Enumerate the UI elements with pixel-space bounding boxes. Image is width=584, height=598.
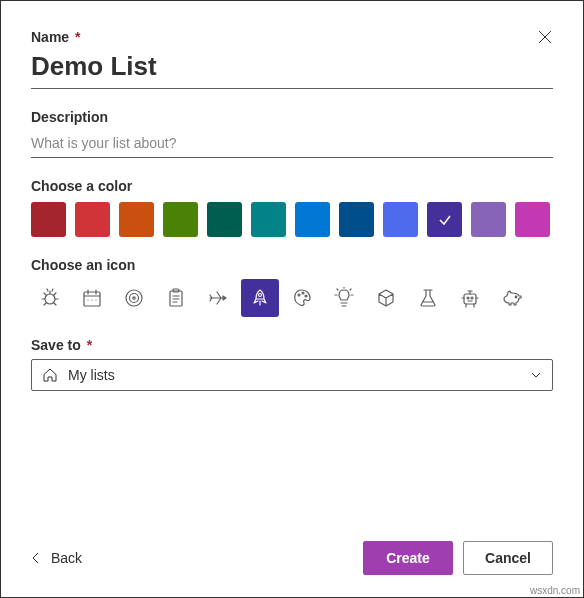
icon-label: Choose an icon <box>31 257 553 273</box>
svg-point-3 <box>130 294 139 303</box>
icon-option-piggybank[interactable] <box>493 279 531 317</box>
calendar-icon <box>81 287 103 309</box>
icon-option-cube[interactable] <box>367 279 405 317</box>
save-to-section: Save to * My lists <box>31 337 553 391</box>
palette-icon <box>291 287 313 309</box>
save-to-label-text: Save to <box>31 337 81 353</box>
svg-point-10 <box>305 295 307 297</box>
robot-icon <box>459 287 481 309</box>
create-list-dialog: Name * Description Choose a color Choose… <box>0 0 584 598</box>
color-swatch-6[interactable] <box>295 202 330 237</box>
color-swatch-row <box>31 202 553 237</box>
svg-rect-1 <box>84 292 100 306</box>
check-icon <box>438 213 452 227</box>
icon-section: Choose an icon <box>31 257 553 317</box>
color-swatch-3[interactable] <box>163 202 198 237</box>
create-label: Create <box>386 550 430 566</box>
color-swatch-5[interactable] <box>251 202 286 237</box>
color-swatch-4[interactable] <box>207 202 242 237</box>
svg-point-2 <box>126 290 142 306</box>
chevron-down-icon <box>530 369 542 381</box>
cancel-button[interactable]: Cancel <box>463 541 553 575</box>
watermark: wsxdn.com <box>530 585 580 596</box>
save-to-label: Save to * <box>31 337 553 353</box>
svg-point-7 <box>259 294 262 297</box>
name-label: Name * <box>31 29 553 45</box>
color-label: Choose a color <box>31 178 553 194</box>
color-section: Choose a color <box>31 178 553 237</box>
name-field: Name * <box>31 29 553 89</box>
clipboard-icon <box>165 287 187 309</box>
color-swatch-10[interactable] <box>471 202 506 237</box>
name-label-text: Name <box>31 29 69 45</box>
cube-icon <box>375 287 397 309</box>
icon-option-lightbulb[interactable] <box>325 279 363 317</box>
svg-point-9 <box>302 292 304 294</box>
icon-option-flask[interactable] <box>409 279 447 317</box>
description-input[interactable] <box>31 129 553 158</box>
close-icon <box>537 29 553 45</box>
flask-icon <box>417 287 439 309</box>
svg-point-13 <box>471 297 473 299</box>
lightbulb-icon <box>333 287 355 309</box>
icon-option-airplane[interactable] <box>199 279 237 317</box>
target-icon <box>123 287 145 309</box>
back-button[interactable]: Back <box>31 550 82 566</box>
back-label: Back <box>51 550 82 566</box>
icon-option-clipboard[interactable] <box>157 279 195 317</box>
icon-option-calendar[interactable] <box>73 279 111 317</box>
svg-point-0 <box>45 294 55 304</box>
color-swatch-8[interactable] <box>383 202 418 237</box>
save-to-value-container: My lists <box>42 367 115 383</box>
save-to-select[interactable]: My lists <box>31 359 553 391</box>
svg-point-14 <box>515 296 517 298</box>
name-required-asterisk: * <box>75 29 80 45</box>
name-input[interactable] <box>31 49 553 89</box>
icon-option-rocket[interactable] <box>241 279 279 317</box>
save-to-value: My lists <box>68 367 115 383</box>
dialog-footer: Back Create Cancel <box>31 541 553 575</box>
svg-point-12 <box>467 297 469 299</box>
piggybank-icon <box>501 287 523 309</box>
create-button[interactable]: Create <box>363 541 453 575</box>
color-swatch-1[interactable] <box>75 202 110 237</box>
icon-option-target[interactable] <box>115 279 153 317</box>
icon-option-robot[interactable] <box>451 279 489 317</box>
description-label: Description <box>31 109 553 125</box>
bug-icon <box>39 287 61 309</box>
svg-rect-11 <box>464 294 476 304</box>
chevron-left-icon <box>31 551 41 565</box>
color-swatch-0[interactable] <box>31 202 66 237</box>
home-icon <box>42 367 58 383</box>
cancel-label: Cancel <box>485 550 531 566</box>
icon-row <box>31 279 553 317</box>
color-swatch-9[interactable] <box>427 202 462 237</box>
svg-point-4 <box>133 297 135 299</box>
color-swatch-2[interactable] <box>119 202 154 237</box>
save-to-required-asterisk: * <box>87 337 92 353</box>
color-swatch-7[interactable] <box>339 202 374 237</box>
close-button[interactable] <box>537 29 553 45</box>
svg-point-8 <box>298 294 300 296</box>
icon-option-bug[interactable] <box>31 279 69 317</box>
action-buttons: Create Cancel <box>363 541 553 575</box>
description-field: Description <box>31 109 553 158</box>
airplane-icon <box>207 287 229 309</box>
icon-option-palette[interactable] <box>283 279 321 317</box>
rocket-icon <box>249 287 271 309</box>
color-swatch-11[interactable] <box>515 202 550 237</box>
